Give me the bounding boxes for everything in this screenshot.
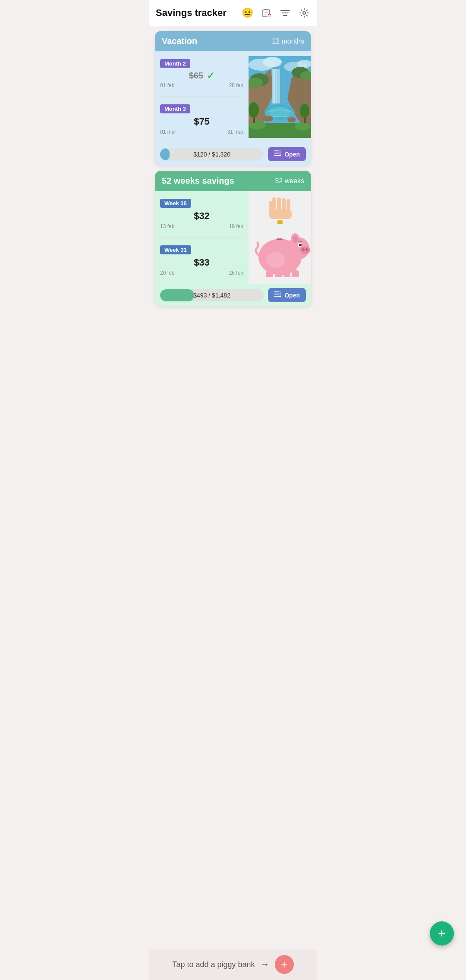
emoji-icon[interactable]: 😐 xyxy=(241,7,253,19)
filter-icon[interactable] xyxy=(279,7,291,19)
app-title: Savings tracker xyxy=(156,7,241,19)
svg-rect-66 xyxy=(275,272,282,277)
vacation-open-label: Open xyxy=(284,151,300,158)
week31-amount-row: $33 xyxy=(160,256,243,269)
month3-amount: $75 xyxy=(194,116,210,127)
month2-entry: Month 2 $65 ✓ 01 feb 28 feb xyxy=(160,56,243,92)
svg-point-60 xyxy=(300,244,301,244)
week30-amount-row: $32 xyxy=(160,210,243,222)
week31-entry: Week 31 $33 20 feb 26 feb xyxy=(160,242,243,279)
weeks-card-body: Week 30 $32 13 feb 19 feb Week 31 $33 20… xyxy=(155,191,311,284)
svg-point-57 xyxy=(305,248,308,251)
vacation-progress-fill xyxy=(160,148,170,160)
svg-point-9 xyxy=(303,12,305,14)
clipboard-icon[interactable]: ⏰ xyxy=(260,7,272,19)
svg-rect-3 xyxy=(264,14,267,15)
weeks-open-icon xyxy=(274,291,282,299)
weeks-open-label: Open xyxy=(284,292,300,299)
month2-amount-row: $65 ✓ xyxy=(160,70,243,81)
svg-rect-38 xyxy=(274,153,279,153)
month3-entry: Month 3 $75 01 mar 31 mar xyxy=(160,101,243,138)
svg-point-32 xyxy=(295,122,310,130)
vacation-card-header: Vacation 12 months xyxy=(155,31,311,51)
vacation-progress-bar: $120 / $1,320 xyxy=(160,148,264,160)
weeks-card-header: 52 weeks savings 52 weeks xyxy=(155,171,311,191)
month3-start: 01 mar xyxy=(160,129,176,135)
svg-point-12 xyxy=(263,57,282,67)
svg-rect-71 xyxy=(274,294,279,294)
week31-end: 26 feb xyxy=(229,270,243,276)
weeks-open-button[interactable]: Open xyxy=(268,288,306,302)
svg-rect-64 xyxy=(277,238,283,240)
weeks-card: 52 weeks savings 52 weeks Week 30 $32 13… xyxy=(155,171,311,307)
month2-end: 28 feb xyxy=(229,82,243,88)
svg-text:⏰: ⏰ xyxy=(268,14,271,18)
vacation-open-button[interactable]: Open xyxy=(268,147,306,161)
svg-point-34 xyxy=(249,102,259,118)
svg-point-69 xyxy=(266,252,285,268)
svg-rect-2 xyxy=(264,13,268,13)
week31-amount: $33 xyxy=(194,257,210,268)
svg-rect-48 xyxy=(269,210,292,219)
svg-rect-70 xyxy=(274,291,279,292)
vacation-image xyxy=(249,51,311,143)
svg-point-31 xyxy=(249,121,266,129)
settings-icon[interactable] xyxy=(298,7,310,19)
svg-rect-65 xyxy=(266,270,273,277)
vacation-card: Vacation 12 months Month 2 $65 ✓ 01 feb … xyxy=(155,31,311,166)
svg-point-55 xyxy=(300,246,310,254)
week30-end: 19 feb xyxy=(229,223,243,229)
svg-point-50 xyxy=(277,220,283,223)
week30-entry: Week 30 $32 13 feb 19 feb xyxy=(160,195,243,233)
vacation-card-duration: 12 months xyxy=(272,38,304,45)
vacation-card-title: Vacation xyxy=(162,36,197,46)
header-icons: 😐 ⏰ xyxy=(241,7,310,19)
week31-label: Week 31 xyxy=(160,245,191,254)
month2-dates: 01 feb 28 feb xyxy=(160,82,243,88)
weeks-card-title: 52 weeks savings xyxy=(162,176,234,186)
vacation-progress-text: $120 / $1,320 xyxy=(193,151,230,158)
month2-checkmark: ✓ xyxy=(207,70,214,81)
piggy-bank-image xyxy=(249,191,311,284)
svg-rect-37 xyxy=(274,150,279,151)
month3-end: 31 mar xyxy=(227,129,243,135)
svg-point-59 xyxy=(299,244,302,246)
svg-rect-67 xyxy=(283,272,290,277)
vacation-entries: Month 2 $65 ✓ 01 feb 28 feb Month 3 $75 … xyxy=(155,51,249,143)
vacation-open-icon xyxy=(274,150,282,158)
svg-rect-72 xyxy=(274,296,279,297)
header: Savings tracker 😐 ⏰ xyxy=(149,0,317,26)
month2-label: Month 2 xyxy=(160,59,190,68)
week31-dates: 20 feb 26 feb xyxy=(160,270,243,276)
svg-point-36 xyxy=(300,104,309,118)
weeks-progress-fill xyxy=(160,289,194,301)
svg-rect-68 xyxy=(292,270,299,277)
month3-dates: 01 mar 31 mar xyxy=(160,129,243,135)
week30-start: 13 feb xyxy=(160,223,174,229)
weeks-progress-bar: $493 / $1,482 xyxy=(160,289,264,301)
weeks-progress-text: $493 / $1,482 xyxy=(193,292,230,299)
week30-label: Week 30 xyxy=(160,199,191,208)
month3-label: Month 3 xyxy=(160,104,190,113)
vacation-card-body: Month 2 $65 ✓ 01 feb 28 feb Month 3 $75 … xyxy=(155,51,311,143)
weeks-card-footer: $493 / $1,482 Open xyxy=(155,284,311,307)
week30-amount: $32 xyxy=(194,210,210,222)
weeks-card-duration: 52 weeks xyxy=(275,177,304,185)
svg-point-56 xyxy=(302,248,305,251)
weeks-entries: Week 30 $32 13 feb 19 feb Week 31 $33 20… xyxy=(155,191,249,284)
week30-dates: 13 feb 19 feb xyxy=(160,223,243,229)
vacation-card-footer: $120 / $1,320 Open xyxy=(155,143,311,166)
month2-amount: $65 xyxy=(189,71,203,81)
svg-point-29 xyxy=(287,117,296,122)
week31-start: 20 feb xyxy=(160,270,174,276)
month2-start: 01 feb xyxy=(160,82,174,88)
svg-rect-23 xyxy=(273,69,275,103)
month3-amount-row: $75 xyxy=(160,115,243,128)
svg-point-28 xyxy=(263,116,273,122)
svg-point-26 xyxy=(269,107,290,117)
svg-rect-24 xyxy=(276,69,277,103)
svg-rect-39 xyxy=(274,155,279,156)
svg-point-54 xyxy=(293,235,298,243)
